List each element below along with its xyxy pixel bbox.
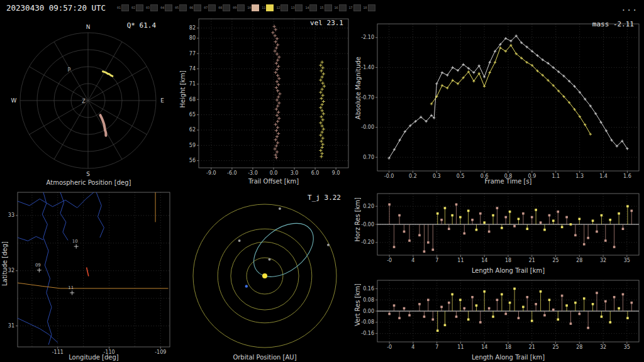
svg-text:21: 21 — [529, 344, 535, 350]
svg-text:11: 11 — [457, 258, 464, 263]
frame-thumbnail[interactable]: 17 — [349, 4, 361, 11]
frame-thumbnail[interactable]: 15 — [319, 4, 331, 11]
frame-thumbnail[interactable]: 02 — [131, 4, 143, 11]
svg-text:33: 33 — [8, 212, 14, 218]
svg-text:35: 35 — [624, 258, 630, 263]
frame-thumbnail[interactable]: 08 — [218, 4, 230, 11]
svg-text:-0.00: -0.00 — [361, 222, 374, 228]
header-bar: 20230430 09:57:20 UTC 010203040506070809… — [0, 0, 644, 15]
trail-xlabel: Trail Offset [km] — [199, 178, 348, 185]
svg-text:-9.0: -9.0 — [206, 170, 216, 176]
svg-text:N: N — [86, 24, 91, 30]
svg-text:28: 28 — [576, 344, 582, 350]
mag-xlabel: Frame Time [s] — [377, 178, 639, 185]
svg-text:9.0: 9.0 — [332, 170, 340, 176]
svg-text:14: 14 — [481, 344, 487, 350]
svg-text:-0: -0 — [387, 344, 392, 350]
frame-thumbnail[interactable]: 07 — [204, 4, 216, 11]
orbit-plot-canvas — [177, 190, 352, 362]
svg-text:0.20: 0.20 — [363, 204, 374, 209]
svg-text:18: 18 — [505, 344, 511, 350]
svg-text:7: 7 — [435, 258, 438, 263]
frame-thumbnail[interactable]: 12 — [276, 4, 288, 11]
svg-text:32: 32 — [8, 268, 14, 273]
svg-text:W: W — [11, 97, 17, 104]
svg-text:28: 28 — [576, 258, 582, 263]
svg-text:-0.16: -0.16 — [361, 331, 374, 336]
svg-text:82: 82 — [189, 25, 196, 31]
vert-res-ylabel: Vert Res [km] — [354, 283, 361, 326]
frame-strip: 010203040506070809101112131415161718 — [117, 4, 375, 11]
svg-text:80: 80 — [189, 35, 196, 41]
orbit-xlabel: Orbital Position [AU] — [177, 354, 352, 361]
polar-plot-canvas: NSEWZP — [0, 15, 177, 190]
svg-text:-2.10: -2.10 — [361, 35, 374, 40]
svg-text:31: 31 — [8, 323, 14, 329]
timestamp: 20230430 09:57:20 UTC — [6, 3, 106, 13]
polar-xlabel: Atmospheric Position [deg] — [0, 179, 177, 186]
frame-thumbnail[interactable]: 11 — [262, 4, 274, 11]
frame-thumbnail[interactable]: 13 — [291, 4, 303, 11]
svg-text:4: 4 — [411, 344, 414, 350]
ground-map-canvas: -111-110-109333231091011 — [0, 190, 177, 362]
svg-text:68: 68 — [189, 97, 196, 102]
frame-thumbnail[interactable]: 01 — [117, 4, 129, 11]
frame-thumbnail[interactable]: 06 — [189, 4, 201, 11]
horz-res-xlabel: Length Along Trail [km] — [377, 267, 639, 274]
svg-text:65: 65 — [189, 112, 196, 118]
svg-text:25: 25 — [552, 258, 558, 263]
svg-text:-0.70: -0.70 — [361, 95, 374, 101]
frame-thumbnail[interactable]: 04 — [160, 4, 172, 11]
svg-text:0.08: 0.08 — [363, 297, 374, 303]
svg-text:56: 56 — [189, 158, 196, 163]
overflow-menu-button[interactable]: ... — [621, 3, 638, 13]
svg-text:11: 11 — [68, 285, 74, 290]
trail-ylabel: Height [km] — [179, 70, 186, 108]
svg-text:0.70: 0.70 — [363, 155, 374, 160]
svg-text:14: 14 — [481, 258, 487, 263]
light-curve-panel: -0.00.20.30.50.60.80.91.11.31.41.6-2.10-… — [352, 15, 644, 190]
svg-text:7: 7 — [435, 344, 438, 350]
svg-text:4: 4 — [411, 258, 414, 263]
horz-res-ylabel: Horz Res [km] — [354, 197, 361, 242]
svg-text:71: 71 — [189, 81, 196, 87]
mag-ylabel: Absolute Magnitude — [355, 57, 362, 119]
svg-text:09: 09 — [35, 263, 41, 268]
frame-thumbnail[interactable]: 18 — [364, 4, 375, 11]
map-ylabel: Latitude [deg] — [1, 241, 8, 286]
svg-text:6.0: 6.0 — [311, 170, 319, 176]
svg-text:74: 74 — [189, 66, 196, 72]
svg-text:0.16: 0.16 — [363, 286, 374, 292]
svg-text:-0: -0 — [387, 258, 392, 263]
atmospheric-position-panel: NSEWZP Q* 61.4 Atmospheric Position [deg… — [0, 15, 177, 190]
svg-text:21: 21 — [529, 258, 535, 263]
vert-residuals-panel: -04711141821252832350.160.080.00-0.08-0.… — [352, 275, 644, 362]
svg-text:-0.08: -0.08 — [361, 319, 374, 325]
svg-text:E: E — [160, 97, 164, 104]
svg-text:62: 62 — [189, 127, 196, 133]
svg-text:10: 10 — [72, 239, 78, 244]
frame-thumbnail[interactable]: 16 — [335, 4, 347, 11]
svg-text:P: P — [68, 67, 71, 73]
ground-map-panel: -111-110-109333231091011 Latitude [deg] … — [0, 190, 177, 362]
svg-text:S: S — [86, 171, 90, 177]
tisserand-label: T_j 3.22 — [308, 194, 341, 202]
svg-text:-6.0: -6.0 — [227, 170, 237, 176]
svg-text:77: 77 — [189, 51, 196, 57]
horz-residuals-canvas: -04711141821252832350.20-0.00-0.20 — [352, 190, 644, 275]
svg-text:25: 25 — [552, 344, 558, 350]
trail-offset-plot-canvas: -9.0-6.0-3.00.03.06.09.08280777471686562… — [177, 15, 352, 190]
svg-text:35: 35 — [624, 344, 630, 350]
svg-text:32: 32 — [600, 258, 606, 263]
trail-offset-panel: -9.0-6.0-3.00.03.06.09.08280777471686562… — [177, 15, 352, 190]
frame-thumbnail[interactable]: 14 — [305, 4, 317, 11]
svg-text:-0.20: -0.20 — [361, 239, 374, 245]
velocity-label: vel 23.1 — [310, 19, 343, 27]
frame-thumbnail[interactable]: 03 — [146, 4, 158, 11]
frame-thumbnail[interactable]: 09 — [233, 4, 245, 11]
frame-thumbnail[interactable]: 05 — [175, 4, 187, 11]
svg-text:3.0: 3.0 — [291, 170, 299, 176]
frame-thumbnail[interactable]: 10 — [247, 4, 259, 11]
vert-res-xlabel: Length Along Trail [km] — [377, 354, 639, 361]
svg-text:0.0: 0.0 — [270, 170, 278, 176]
